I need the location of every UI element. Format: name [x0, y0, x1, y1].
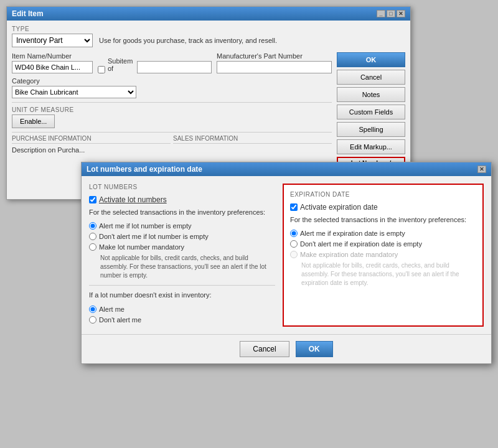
exp-radio-2: Don't alert me if expiration date is emp… [290, 240, 476, 248]
mfr-part-group: Manufacturer's Part Number [217, 52, 332, 73]
exp-radio-1: Alert me if expiration date is empty [290, 230, 476, 237]
subitem-group: Subitem of [98, 57, 212, 73]
lot-radio-alert-label: Alert me if lot number is empty [99, 222, 192, 230]
close-btn[interactable]: ✕ [397, 10, 405, 17]
lot-radio-dont-alert[interactable] [89, 233, 96, 240]
lot-numbers-title: LOT NUMBERS [89, 184, 275, 190]
lot-radio-3: Make lot number mandatory [89, 243, 275, 251]
edit-item-titlebar: Edit Item _ □ ✕ [7, 7, 410, 21]
exp-radio-dont-alert[interactable] [290, 240, 298, 248]
type-label: TYPE [12, 26, 405, 32]
activate-exp-row: Activate expiration date [290, 203, 476, 212]
exp-radio-alert[interactable] [290, 230, 298, 237]
exp-radio-mandatory-label: Make expiration date mandatory [300, 251, 398, 258]
subitem-checkbox[interactable] [98, 66, 105, 73]
type-select[interactable]: Inventory Part [12, 34, 93, 47]
activate-lot-row: Activate lot numbers [89, 195, 275, 204]
lot-inventory-label: If a lot number doesn't exist in invento… [89, 291, 275, 300]
fields-row: Item Name/Number Subitem of Manufacturer… [12, 52, 332, 73]
lot-inv-alert-label: Alert me [99, 306, 125, 313]
maximize-btn[interactable]: □ [387, 10, 395, 17]
subitem-label: Subitem of [108, 57, 134, 72]
lot-cancel-button[interactable]: Cancel [240, 341, 289, 357]
lot-inv-radio-2: Don't alert me [89, 316, 275, 324]
lot-numbers-dialog: Lot numbers and expiration date ✕ LOT NU… [81, 162, 492, 364]
category-label: Category [12, 77, 136, 85]
mfr-part-label: Manufacturer's Part Number [217, 52, 332, 60]
item-name-input[interactable] [12, 61, 93, 73]
enable-button[interactable]: Enable... [12, 114, 55, 128]
purchase-col: PURCHASE INFORMATION Description on Purc… [12, 135, 171, 154]
lot-radio-alert[interactable] [89, 222, 96, 230]
exp-date-title: EXPIRATION DATE [290, 191, 476, 198]
exp-radio-3: Make expiration date mandatory [290, 251, 476, 258]
edit-markup-button[interactable]: Edit Markup... [337, 139, 405, 154]
minimize-btn[interactable]: _ [377, 10, 385, 17]
lot-radio-1: Alert me if lot number is empty [89, 222, 275, 230]
window-controls: _ □ ✕ [377, 10, 405, 17]
type-row: Inventory Part Use for goods you purchas… [12, 34, 405, 47]
sales-col: SALES INFORMATION [173, 135, 332, 154]
lot-inv-radio-1: Alert me [89, 306, 275, 313]
type-section: TYPE Inventory Part Use for goods you pu… [12, 26, 405, 47]
exp-radio-dont-alert-label: Don't alert me if expiration date is emp… [300, 240, 422, 248]
notes-button[interactable]: Notes [337, 87, 405, 102]
exp-radio-alert-label: Alert me if expiration date is empty [300, 230, 405, 237]
type-description: Use for goods you purchase, track as inv… [99, 37, 277, 44]
ok-button[interactable]: OK [337, 52, 405, 67]
purchase-label: PURCHASE INFORMATION [12, 135, 171, 144]
lot-radio-dont-alert-label: Don't alert me if lot number is empty [99, 233, 209, 240]
sales-label: SALES INFORMATION [173, 135, 332, 144]
exp-radio-mandatory[interactable] [290, 251, 298, 258]
lot-note-text: Not applicable for bills, credit cards, … [100, 254, 275, 280]
category-row: Category Bike Chain Lubricant [12, 77, 332, 98]
item-name-group: Item Name/Number [12, 52, 93, 73]
lot-inv-dont-alert-radio[interactable] [89, 316, 96, 324]
lot-numbers-section: LOT NUMBERS Activate lot numbers For the… [89, 184, 275, 327]
category-group: Category Bike Chain Lubricant [12, 77, 136, 98]
lot-radio-2: Don't alert me if lot number is empty [89, 233, 275, 240]
spelling-button[interactable]: Spelling [337, 122, 405, 137]
lot-titlebar: Lot numbers and expiration date ✕ [82, 162, 491, 176]
activate-lot-checkbox[interactable] [89, 196, 96, 203]
edit-item-title: Edit Item [12, 9, 44, 18]
lot-inv-alert-radio[interactable] [89, 306, 96, 313]
activate-exp-checkbox[interactable] [290, 203, 298, 211]
unit-section: UNIT OF MEASURE Enable... [12, 102, 332, 128]
exp-pref-text: For the selected transactions in the inv… [290, 215, 476, 225]
lot-title: Lot numbers and expiration date [87, 165, 202, 174]
lot-close-btn[interactable]: ✕ [477, 166, 486, 173]
info-section: PURCHASE INFORMATION Description on Purc… [12, 132, 332, 154]
lot-inv-dont-alert-label: Don't alert me [99, 316, 141, 324]
item-name-label: Item Name/Number [12, 52, 93, 60]
lot-radio-mandatory-label: Make lot number mandatory [99, 243, 184, 251]
lot-radio-mandatory[interactable] [89, 243, 96, 251]
activate-exp-label: Activate expiration date [300, 203, 378, 212]
cancel-button[interactable]: Cancel [337, 70, 405, 85]
subitem-input[interactable] [137, 61, 212, 73]
category-select[interactable]: Bike Chain Lubricant [12, 86, 136, 98]
lot-separator [89, 285, 275, 286]
lot-dialog-footer: Cancel OK [82, 334, 491, 363]
exp-note-text: Not applicable for bills, credit cards, … [301, 261, 476, 287]
purchase-desc: Description on Purcha... [12, 146, 171, 154]
expiration-date-section: EXPIRATION DATE Activate expiration date… [283, 184, 484, 327]
mfr-part-input[interactable] [217, 61, 332, 73]
unit-label: UNIT OF MEASURE [12, 106, 332, 113]
activate-lot-label: Activate lot numbers [99, 195, 167, 204]
lot-body: LOT NUMBERS Activate lot numbers For the… [82, 176, 491, 334]
lot-pref-text: For the selected transactions in the inv… [89, 208, 275, 217]
lot-ok-button[interactable]: OK [296, 341, 333, 357]
custom-fields-button[interactable]: Custom Fields [337, 105, 405, 119]
